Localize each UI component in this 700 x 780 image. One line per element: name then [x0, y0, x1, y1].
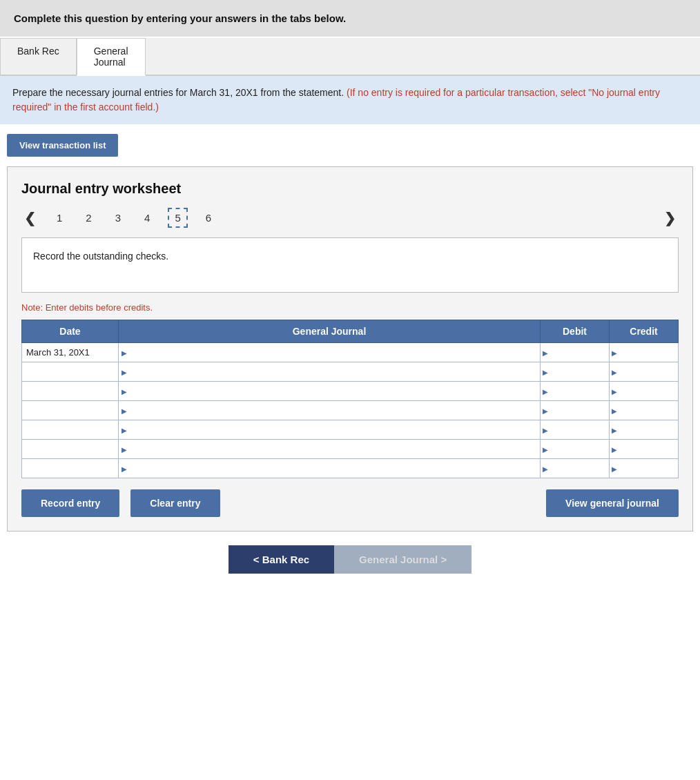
credit-cell-6[interactable]: [610, 440, 679, 459]
date-cell-4: [22, 401, 119, 420]
gj-input-5[interactable]: [119, 420, 540, 439]
credit-cell-5[interactable]: [610, 420, 679, 440]
tab-general-journal[interactable]: GeneralJournal: [77, 38, 146, 76]
credit-input-3[interactable]: [610, 382, 678, 400]
gj-cell-6[interactable]: [119, 440, 541, 459]
page-4[interactable]: 4: [139, 209, 155, 226]
debit-input-3[interactable]: [541, 382, 609, 400]
page-5[interactable]: 5: [168, 208, 187, 228]
debit-cell-7[interactable]: [541, 459, 610, 478]
prev-nav-button[interactable]: < Bank Rec: [229, 545, 334, 574]
col-credit: Credit: [610, 320, 679, 343]
record-description-box: Record the outstanding checks.: [21, 237, 679, 293]
debit-input-4[interactable]: [541, 401, 609, 420]
debit-cell-1[interactable]: [541, 343, 610, 362]
debit-cell-4[interactable]: [541, 401, 610, 420]
instruction-main-text: Prepare the necessary journal entries fo…: [12, 87, 344, 98]
debit-input-5[interactable]: [541, 420, 609, 439]
page-6[interactable]: 6: [200, 209, 217, 226]
debit-input-7[interactable]: [541, 459, 609, 478]
next-nav-button: General Journal >: [334, 545, 471, 574]
page-3[interactable]: 3: [110, 209, 126, 226]
debit-cell-2[interactable]: [541, 362, 610, 382]
next-page-arrow[interactable]: ❯: [661, 210, 679, 226]
instruction-bar: Prepare the necessary journal entries fo…: [0, 76, 700, 124]
debit-input-1[interactable]: [541, 343, 609, 362]
debit-cell-3[interactable]: [541, 382, 610, 401]
page-2[interactable]: 2: [80, 209, 97, 226]
date-cell-7: [22, 459, 119, 478]
journal-table: Date General Journal Debit Credit March …: [21, 320, 679, 478]
debit-input-6[interactable]: [541, 440, 609, 458]
gj-input-3[interactable]: [119, 382, 540, 400]
credit-input-5[interactable]: [610, 420, 678, 439]
gj-input-7[interactable]: [119, 459, 540, 478]
action-buttons: Record entry Clear entry View general jo…: [21, 489, 679, 517]
credit-cell-2[interactable]: [610, 362, 679, 382]
debit-cell-5[interactable]: [541, 420, 610, 440]
credit-input-6[interactable]: [610, 440, 678, 458]
credit-cell-7[interactable]: [610, 459, 679, 478]
credit-cell-3[interactable]: [610, 382, 679, 401]
gj-cell-4[interactable]: [119, 401, 541, 420]
credit-cell-4[interactable]: [610, 401, 679, 420]
worksheet-container: Journal entry worksheet ❮ 1 2 3 4 5 6 ❯ …: [7, 166, 693, 532]
worksheet-title: Journal entry worksheet: [21, 181, 679, 197]
date-cell-2: [22, 362, 119, 382]
gj-cell-1[interactable]: [119, 343, 541, 362]
date-cell-6: [22, 440, 119, 459]
instruction-text: Complete this question by entering your …: [14, 12, 346, 24]
gj-cell-3[interactable]: [119, 382, 541, 401]
date-cell-5: [22, 420, 119, 440]
page-1[interactable]: 1: [51, 209, 68, 226]
table-row: [22, 420, 679, 440]
clear-entry-button[interactable]: Clear entry: [130, 489, 220, 517]
gj-cell-7[interactable]: [119, 459, 541, 478]
credit-input-1[interactable]: [610, 343, 678, 362]
credit-input-2[interactable]: [610, 362, 678, 381]
tabs-row: Bank Rec GeneralJournal: [0, 38, 700, 76]
top-instruction: Complete this question by entering your …: [0, 0, 700, 37]
gj-input-1[interactable]: [119, 343, 540, 362]
gj-input-2[interactable]: [119, 362, 540, 381]
note-text: Note: Enter debits before credits.: [21, 302, 679, 313]
pagination: ❮ 1 2 3 4 5 6 ❯: [21, 208, 679, 228]
prev-page-arrow[interactable]: ❮: [21, 210, 39, 226]
col-general-journal: General Journal: [119, 320, 541, 343]
table-row: March 31, 20X1: [22, 343, 679, 362]
credit-input-4[interactable]: [610, 401, 678, 420]
table-row: [22, 382, 679, 401]
debit-cell-6[interactable]: [541, 440, 610, 459]
credit-input-7[interactable]: [610, 459, 678, 478]
date-cell-1: March 31, 20X1: [22, 343, 119, 362]
table-row: [22, 362, 679, 382]
gj-cell-2[interactable]: [119, 362, 541, 382]
bottom-nav: < Bank Rec General Journal >: [229, 545, 471, 574]
debit-input-2[interactable]: [541, 362, 609, 381]
tab-bank-rec[interactable]: Bank Rec: [0, 38, 77, 75]
gj-input-6[interactable]: [119, 440, 540, 458]
gj-input-4[interactable]: [119, 401, 540, 420]
date-cell-3: [22, 382, 119, 401]
table-row: [22, 401, 679, 420]
record-description-text: Record the outstanding checks.: [33, 251, 168, 262]
credit-cell-1[interactable]: [610, 343, 679, 362]
col-date: Date: [22, 320, 119, 343]
view-general-journal-button[interactable]: View general journal: [546, 489, 679, 517]
table-row: [22, 440, 679, 459]
col-debit: Debit: [541, 320, 610, 343]
gj-cell-5[interactable]: [119, 420, 541, 440]
view-transaction-button[interactable]: View transaction list: [7, 134, 118, 157]
table-row: [22, 459, 679, 478]
record-entry-button[interactable]: Record entry: [21, 489, 119, 517]
